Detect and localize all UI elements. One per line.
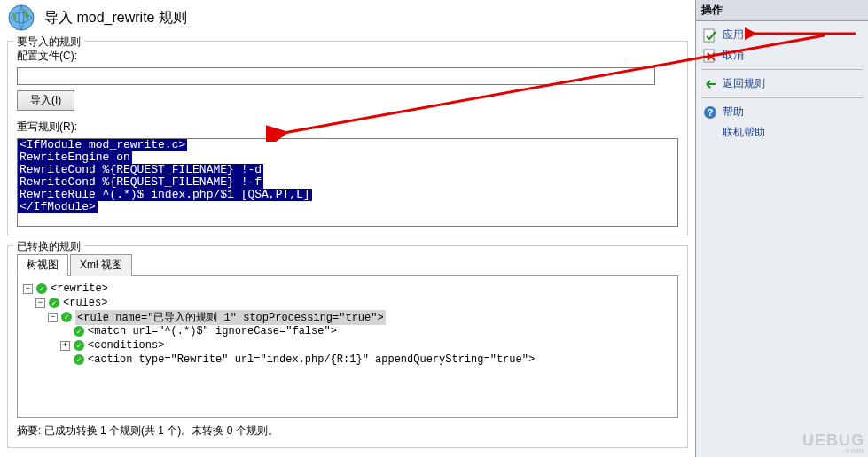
expander-icon[interactable]: − (23, 284, 33, 294)
check-icon: ✓ (49, 298, 59, 308)
expander-icon[interactable]: + (60, 341, 70, 351)
help-label: 帮助 (723, 105, 744, 120)
globe-icon (7, 4, 35, 32)
tree-node[interactable]: <rewrite> (51, 283, 108, 295)
check-icon: ✓ (74, 340, 84, 351)
apply-icon (703, 28, 717, 43)
tree-node[interactable]: <conditions> (88, 339, 164, 352)
back-label: 返回规则 (723, 76, 765, 91)
apply-action[interactable]: 应用 (698, 25, 866, 45)
help-action[interactable]: ? 帮助 (698, 102, 866, 122)
check-icon: ✓ (74, 354, 84, 365)
svg-text:?: ? (708, 107, 714, 118)
online-help-action[interactable]: 联机帮助 (698, 122, 866, 143)
apply-label: 应用 (723, 27, 744, 43)
tree-node[interactable]: <rules> (63, 297, 107, 309)
tree-node[interactable]: <match url="^(.*)$" ignoreCase="false"> (88, 325, 337, 337)
tab-tree-view[interactable]: 树视图 (17, 254, 68, 276)
cancel-label: 取消 (723, 48, 744, 63)
help-icon: ? (703, 105, 717, 120)
converted-legend: 已转换的规则 (13, 239, 84, 254)
back-arrow-icon (703, 77, 717, 91)
expander-icon[interactable]: − (35, 298, 45, 308)
import-button[interactable]: 导入(I) (17, 90, 74, 111)
online-help-icon (703, 126, 717, 140)
tab-xml-view[interactable]: Xml 视图 (70, 254, 132, 276)
rewrite-rules-textarea[interactable]: <IfModule mod_rewrite.c>RewriteEngine on… (17, 138, 678, 227)
expander-icon[interactable]: − (48, 313, 58, 322)
svg-point-0 (9, 5, 34, 30)
actions-sidebar: 操作 应用 取消 返回规则 ? 帮助 (695, 0, 868, 457)
tree-node[interactable]: <action type="Rewrite" url="index.php/{R… (88, 353, 535, 366)
import-legend: 要导入的规则 (13, 35, 84, 50)
check-icon: ✓ (61, 312, 72, 322)
back-to-rules-action[interactable]: 返回规则 (698, 74, 866, 94)
page-title: 导入 mod_rewrite 规则 (44, 9, 187, 27)
sidebar-header: 操作 (696, 0, 868, 21)
cancel-icon (703, 49, 717, 63)
config-file-label: 配置文件(C): (17, 49, 678, 64)
rewrite-rules-label: 重写规则(R): (17, 120, 678, 135)
check-icon: ✓ (36, 283, 47, 294)
config-file-input[interactable] (17, 67, 655, 85)
cancel-action[interactable]: 取消 (698, 45, 866, 66)
online-help-label: 联机帮助 (723, 125, 765, 140)
conversion-summary: 摘要: 已成功转换 1 个规则(共 1 个)。未转换 0 个规则。 (17, 423, 678, 438)
import-rules-fieldset: 要导入的规则 配置文件(C): 导入(I) 重写规则(R): <IfModule… (7, 41, 688, 236)
converted-rules-fieldset: 已转换的规则 树视图 Xml 视图 − ✓ <rewrite> − ✓ <rul… (7, 245, 688, 448)
tree-node-selected[interactable]: <rule name="已导入的规则 1" stopProcessing="tr… (75, 310, 386, 325)
tree-panel[interactable]: − ✓ <rewrite> − ✓ <rules> − ✓ <rule name… (17, 276, 678, 418)
watermark: UEBUG.com (802, 431, 864, 455)
check-icon: ✓ (74, 326, 84, 337)
